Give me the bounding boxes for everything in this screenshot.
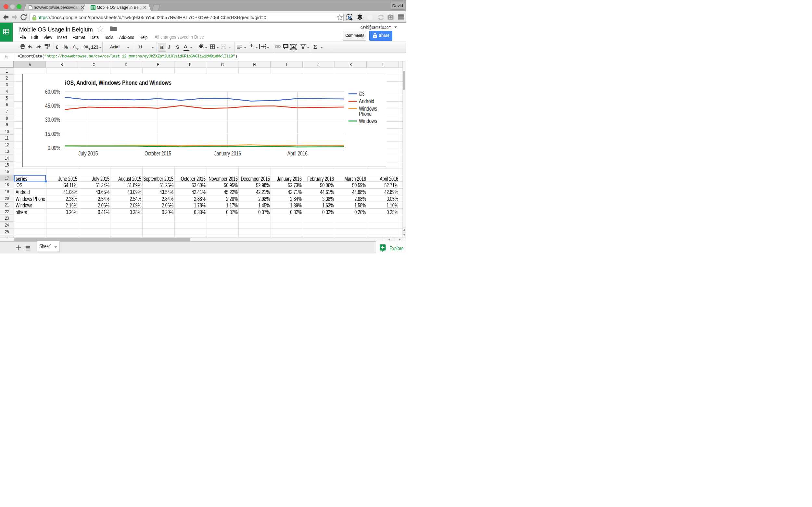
svg-text:30.00%: 30.00% bbox=[45, 117, 60, 123]
svg-text:Windows: Windows bbox=[359, 118, 377, 124]
svg-text:N: N bbox=[348, 15, 351, 20]
svg-text:iOS: iOS bbox=[359, 91, 364, 97]
svg-text:Phone: Phone bbox=[359, 111, 371, 117]
svg-text:15.00%: 15.00% bbox=[45, 131, 60, 137]
svg-text:April 2016: April 2016 bbox=[288, 150, 308, 157]
svg-text:October 2015: October 2015 bbox=[145, 150, 171, 157]
svg-text:0.00%: 0.00% bbox=[48, 145, 60, 151]
svg-text:Android: Android bbox=[359, 98, 374, 105]
svg-text:January 2016: January 2016 bbox=[214, 150, 241, 157]
svg-text:July 2015: July 2015 bbox=[78, 150, 98, 157]
svg-text:45.00%: 45.00% bbox=[45, 103, 60, 109]
svg-text:iOS, Android, Windows Phone an: iOS, Android, Windows Phone and Windows bbox=[65, 79, 171, 86]
svg-text:60.00%: 60.00% bbox=[45, 89, 60, 95]
